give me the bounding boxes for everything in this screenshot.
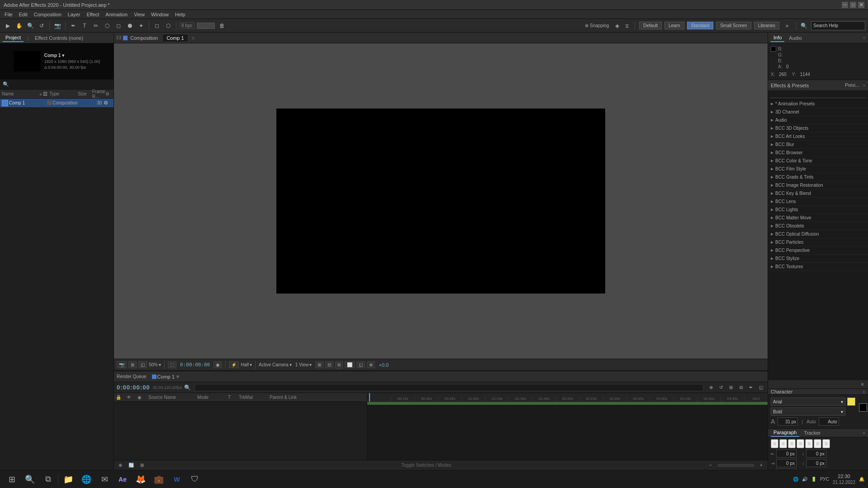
comp-fast-preview[interactable]: ⚡ — [229, 361, 239, 368]
menu-composition[interactable]: Composition — [31, 11, 64, 18]
tool-rotate[interactable]: ↺ — [37, 21, 47, 31]
timeline-btn-2[interactable]: ↺ — [717, 383, 725, 393]
timeline-bottom-btn1[interactable]: ⊕ — [117, 460, 124, 470]
tool-trash[interactable]: 🗑 — [217, 21, 227, 31]
ep-item-bcc-lens[interactable]: ▶ BCC Lens — [768, 198, 868, 206]
timeline-time[interactable]: 0:00:00:00 — [117, 384, 150, 391]
tool-stamp[interactable]: ⬡ — [102, 21, 112, 31]
font-style-dropdown[interactable]: Bold ▾ — [771, 407, 845, 416]
taskbar-files2[interactable]: 💼 — [151, 471, 167, 488]
tab-paragraph[interactable]: Paragraph — [771, 429, 799, 437]
motion-sketch[interactable]: ⧖ — [623, 21, 631, 31]
timeline-btn-5[interactable]: ✒ — [747, 383, 755, 393]
ep-search-input[interactable] — [770, 93, 866, 98]
camera-dropdown[interactable]: Active Camera ▾ — [259, 362, 292, 367]
comp-view-5[interactable]: ◱ — [356, 361, 365, 368]
tool-brush[interactable]: ✏ — [91, 21, 101, 31]
comp-view-4[interactable]: ⬜ — [345, 361, 355, 368]
taskbar-ae[interactable]: Ae — [114, 471, 131, 488]
indent-left-input[interactable] — [776, 450, 797, 458]
snapping-toggle[interactable]: ◈ — [613, 21, 621, 31]
tool-hand[interactable]: ✋ — [14, 21, 24, 31]
timeline-zoom-out[interactable]: − — [707, 460, 714, 470]
maximize-button[interactable]: □ — [850, 2, 856, 8]
comp-timeline-menu[interactable]: ≡ — [176, 374, 179, 379]
ep-item-bcc-particles[interactable]: ▶ BCC Particles — [768, 238, 868, 246]
taskbar-start[interactable]: ⊞ — [4, 471, 20, 488]
track-area[interactable]: 00:15s 00:30s 00:45s 01:00s 01:15s 01:30… — [367, 393, 768, 460]
project-search-input[interactable] — [11, 82, 111, 87]
tool-zoom[interactable]: 🔍 — [25, 21, 35, 31]
comp-render-btn[interactable]: ◉ — [213, 361, 222, 368]
ep-item-3d-channel[interactable]: ▶ 3D Channel — [768, 108, 868, 116]
work-area-bar[interactable] — [367, 402, 768, 405]
timeline-zoom-slider[interactable] — [718, 464, 754, 467]
ep-item-bcc-lights[interactable]: ▶ BCC Lights — [768, 206, 868, 214]
align-right[interactable]: ≡ — [788, 439, 796, 448]
timeline-btn-4[interactable]: ⧉ — [737, 383, 745, 393]
tab-tracker[interactable]: Tracker — [801, 429, 823, 436]
comp-snapshot-btn[interactable]: 📷 — [117, 361, 127, 368]
taskbar-shield[interactable]: 🛡 — [187, 471, 203, 488]
comp-tab-comp1[interactable]: Comp 1 — [162, 34, 188, 42]
menu-view[interactable]: View — [131, 11, 147, 18]
tool-shape2[interactable]: ⬡ — [163, 21, 173, 31]
tab-info[interactable]: Info — [771, 34, 784, 42]
comp-view-3[interactable]: ⧉ — [335, 361, 343, 369]
taskbar-edge[interactable]: 🌐 — [78, 471, 95, 488]
playhead[interactable] — [369, 393, 370, 402]
render-queue-btn[interactable]: Render Queue — [117, 374, 147, 379]
timeline-search-btn[interactable]: 🔍 — [184, 383, 191, 393]
ep-item-bcc-textures[interactable]: ▶ BCC Textures — [768, 263, 868, 271]
comp-view-2[interactable]: ⊟ — [325, 361, 333, 368]
ep-item-audio[interactable]: ▶ Audio — [768, 116, 868, 124]
ep-item-bcc-stylize[interactable]: ▶ BCC Stylize — [768, 255, 868, 263]
tool-puppet[interactable]: ✦ — [136, 21, 146, 31]
indent-right-input[interactable] — [776, 459, 797, 467]
search-help-input[interactable] — [811, 21, 865, 30]
tab-audio[interactable]: Audio — [786, 34, 804, 42]
comp-roi-btn[interactable]: ⬚ — [168, 361, 176, 368]
minimize-button[interactable]: ─ — [842, 2, 848, 8]
justify-all[interactable]: ≡ — [822, 439, 830, 448]
leading-input[interactable] — [819, 417, 839, 426]
taskbar-mail[interactable]: ✉ — [96, 471, 113, 488]
comp-grid-btn[interactable]: ⊞ — [128, 361, 137, 368]
font-size-input[interactable] — [778, 417, 798, 426]
workspace-standard[interactable]: Standard — [687, 22, 714, 29]
comp-view-1[interactable]: ⊞ — [315, 361, 323, 368]
ep-bottom-btn[interactable]: ≡ — [859, 379, 866, 389]
menu-file[interactable]: File — [2, 11, 15, 18]
align-center[interactable]: ≡ — [779, 439, 787, 448]
comp-viewer[interactable] — [114, 43, 768, 359]
ep-item-bcc-blur[interactable]: ▶ BCC Blur — [768, 141, 868, 149]
justify-left[interactable]: ≡ — [797, 439, 804, 448]
project-item-comp1[interactable]: Comp 1 Composition 30 ⚙ — [0, 99, 114, 108]
taskbar-notification-icon[interactable]: 🔔 — [859, 477, 864, 482]
taskbar-search[interactable]: 🔍 — [22, 471, 38, 488]
para-more-btn[interactable]: ≡ — [863, 431, 865, 436]
timeline-bottom-btn2[interactable]: 🔄 — [128, 460, 135, 470]
zoom-dropdown[interactable]: 50% ▾ — [149, 362, 161, 367]
close-button[interactable]: ✕ — [858, 2, 864, 8]
comp-view-6[interactable]: ⊕ — [367, 361, 375, 368]
workspace-more[interactable]: » — [782, 21, 792, 31]
workspace-small-screen[interactable]: Small Screen — [716, 22, 751, 29]
ep-item-bcc-key[interactable]: ▶ BCC Key & Blend — [768, 190, 868, 198]
menu-window[interactable]: Window — [148, 11, 171, 18]
fill-color-swatch[interactable] — [847, 398, 855, 406]
taskbar-taskview[interactable]: ⧉ — [40, 471, 56, 488]
info-more-btn[interactable]: » — [863, 35, 865, 40]
ep-item-bcc-obsolete[interactable]: ▶ BCC Obsolete — [768, 222, 868, 230]
menu-help[interactable]: Help — [172, 11, 188, 18]
workspace-learn[interactable]: Learn — [664, 22, 684, 29]
tool-shape1[interactable]: ◻ — [152, 21, 162, 31]
stroke-color-swatch[interactable] — [859, 403, 867, 412]
tool-eraser[interactable]: ◻ — [114, 21, 123, 31]
view-dropdown[interactable]: 1 View ▾ — [295, 362, 312, 367]
ep-item-bcc-art[interactable]: ▶ BCC Art Looks — [768, 133, 868, 141]
ep-item-bcc3d[interactable]: ▶ BCC 3D Objects — [768, 124, 868, 133]
space-before-input[interactable] — [806, 450, 826, 458]
ep-item-bcc-film[interactable]: ▶ BCC Film Style — [768, 165, 868, 173]
tool-selection[interactable]: ▶ — [3, 21, 13, 31]
